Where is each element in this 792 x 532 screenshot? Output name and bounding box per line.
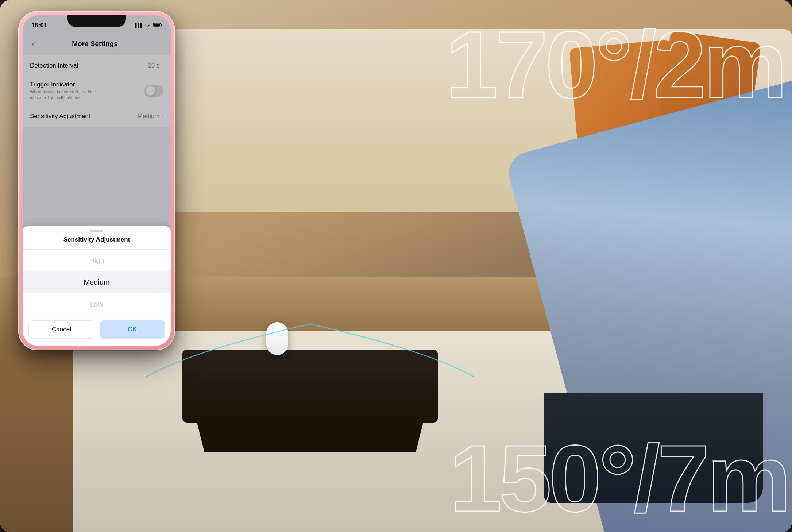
phone-frame: 15:01 ▌▌▌ ‹ More Settings bbox=[18, 11, 175, 350]
phone-screen: 15:01 ▌▌▌ ‹ More Settings bbox=[23, 15, 171, 346]
option-medium[interactable]: Medium bbox=[23, 271, 171, 293]
sheet-handle bbox=[90, 230, 103, 232]
phone-wrapper: 15:01 ▌▌▌ ‹ More Settings bbox=[18, 11, 175, 521]
sheet-title: Sensitivity Adjustment bbox=[23, 235, 171, 250]
sensitivity-bottom-sheet: Sensitivity Adjustment High Medium Low C… bbox=[23, 226, 171, 346]
cancel-button[interactable]: Cancel bbox=[28, 320, 94, 339]
main-scene: 170°/2m 150°/7m 15:01 ▌▌▌ bbox=[0, 0, 792, 532]
sheet-buttons: Cancel OK bbox=[23, 315, 171, 346]
shoe bbox=[544, 393, 763, 503]
detection-arc bbox=[146, 320, 474, 393]
option-high[interactable]: High bbox=[23, 250, 171, 271]
ok-button[interactable]: OK bbox=[100, 320, 165, 339]
option-low[interactable]: Low bbox=[23, 293, 171, 315]
